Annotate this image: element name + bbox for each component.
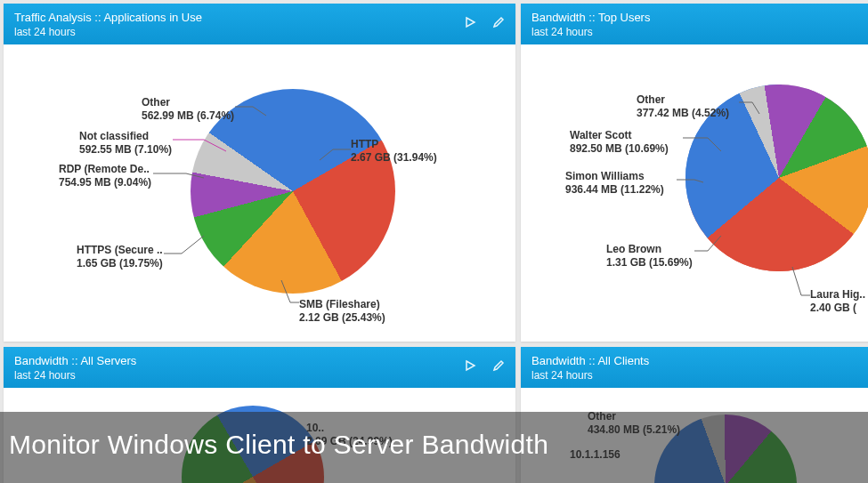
edit-icon[interactable] xyxy=(492,359,505,372)
panel-subtitle: last 24 hours xyxy=(14,26,202,40)
label-other: Other 377.42 MB (4.52%) xyxy=(637,93,729,120)
panel-title: Traffic Analysis :: Applications in Use xyxy=(14,11,202,26)
label-walter: Walter Scott 892.50 MB (10.69%) xyxy=(570,129,669,156)
panel-top-users: Bandwidth :: Top Users last 24 hours Oth… xyxy=(521,4,868,342)
play-icon[interactable] xyxy=(464,359,476,372)
panel-header: Bandwidth :: Top Users last 24 hours xyxy=(521,4,868,44)
label-other: Other 562.99 MB (6.74%) xyxy=(142,96,234,123)
overlay-title-bar: Monitor Windows Client to Server Bandwid… xyxy=(0,412,868,483)
panel-subtitle: last 24 hours xyxy=(531,26,650,40)
label-rdp: RDP (Remote De.. 754.95 MB (9.04%) xyxy=(59,163,151,189)
panel-subtitle: last 24 hours xyxy=(14,369,136,383)
panel-subtitle: last 24 hours xyxy=(531,369,649,383)
panel-header: Traffic Analysis :: Applications in Use … xyxy=(4,4,515,44)
label-leo: Leo Brown 1.31 GB (15.69%) xyxy=(606,243,693,270)
label-smb: SMB (Fileshare) 2.12 GB (25.43%) xyxy=(299,298,385,325)
panel-title: Bandwidth :: All Servers xyxy=(14,354,136,369)
label-laura: Laura Hig.. 2.40 GB ( xyxy=(810,288,865,315)
panel-header: Bandwidth :: All Servers last 24 hours xyxy=(4,347,515,388)
label-nc: Not classified 592.55 MB (7.10%) xyxy=(79,130,172,157)
label-https: HTTPS (Secure .. 1.65 GB (19.75%) xyxy=(77,244,163,270)
chart-users: Other 377.42 MB (4.52%) Walter Scott 892… xyxy=(521,44,868,342)
panel-applications: Traffic Analysis :: Applications in Use … xyxy=(4,4,515,342)
panel-header: Bandwidth :: All Clients last 24 hours xyxy=(521,347,868,388)
panel-title: Bandwidth :: All Clients xyxy=(531,354,649,369)
label-http: HTTP 2.67 GB (31.94%) xyxy=(351,138,437,165)
play-icon[interactable] xyxy=(464,16,476,28)
overlay-title: Monitor Windows Client to Server Bandwid… xyxy=(9,430,548,459)
label-simon: Simon Williams 936.44 MB (11.22%) xyxy=(565,170,664,197)
chart-apps: HTTP 2.67 GB (31.94%) SMB (Fileshare) 2.… xyxy=(4,44,515,342)
edit-icon[interactable] xyxy=(492,16,505,28)
panel-title: Bandwidth :: Top Users xyxy=(531,11,650,26)
